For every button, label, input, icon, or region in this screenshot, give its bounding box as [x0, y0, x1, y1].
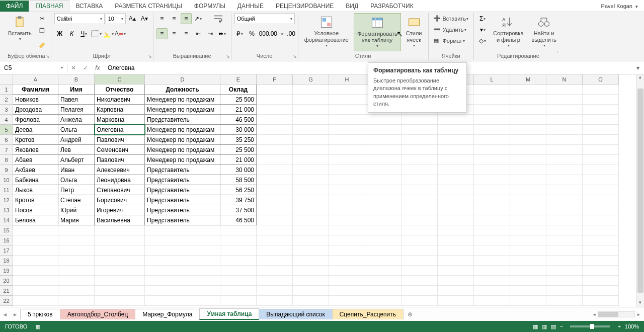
- cell[interactable]: [13, 276, 58, 286]
- cell[interactable]: [95, 256, 145, 266]
- cell[interactable]: Представитель: [145, 115, 220, 125]
- collapse-ribbon-button[interactable]: ˆ: [556, 51, 558, 57]
- cell[interactable]: [293, 296, 329, 306]
- find-select-button[interactable]: Найти и выделить▾: [529, 13, 559, 50]
- cell[interactable]: [365, 266, 401, 276]
- cell[interactable]: [546, 185, 583, 195]
- cell[interactable]: Носов: [13, 205, 58, 215]
- cell[interactable]: Абаев: [13, 155, 58, 165]
- cell[interactable]: [438, 135, 474, 145]
- cell[interactable]: [293, 266, 329, 276]
- font-size-select[interactable]: 10▾: [106, 13, 126, 24]
- layout-tab[interactable]: РАЗМЕТКА СТРАНИЦЫ: [109, 1, 188, 12]
- cell[interactable]: [438, 276, 474, 286]
- cell[interactable]: Акбаев: [13, 165, 58, 175]
- cut-button[interactable]: ✂: [37, 13, 48, 24]
- cell[interactable]: Кротов: [13, 195, 58, 205]
- cell[interactable]: [329, 215, 365, 225]
- cell[interactable]: Представитель: [145, 165, 220, 175]
- cell[interactable]: [293, 115, 329, 125]
- cell[interactable]: [438, 145, 474, 155]
- user-menu[interactable]: Pavel Kogan: [595, 1, 644, 11]
- cell[interactable]: [510, 286, 546, 296]
- cell[interactable]: Павлович: [95, 135, 145, 145]
- cell[interactable]: Представитель: [145, 215, 220, 225]
- cell[interactable]: [145, 286, 220, 296]
- cell[interactable]: [546, 175, 583, 185]
- fill-button[interactable]: ▾▾: [477, 24, 488, 35]
- cell[interactable]: Представитель: [145, 195, 220, 205]
- autosum-button[interactable]: Σ▾: [477, 13, 488, 24]
- cell[interactable]: [401, 125, 438, 135]
- cell[interactable]: [510, 215, 546, 225]
- data-tab[interactable]: ДАННЫЕ: [231, 1, 270, 12]
- font-color-button[interactable]: A▾: [115, 28, 126, 39]
- cell[interactable]: [510, 245, 546, 256]
- cell[interactable]: [510, 256, 546, 266]
- cell[interactable]: Менеджер по продажам: [145, 105, 220, 115]
- cancel-edit-button[interactable]: ✕: [67, 64, 79, 71]
- row-header[interactable]: 13: [0, 205, 13, 215]
- cell[interactable]: [474, 225, 510, 235]
- cell[interactable]: [293, 286, 329, 296]
- cell[interactable]: [329, 245, 365, 256]
- sheet-tab-5[interactable]: Выпадающий список: [259, 309, 332, 319]
- cell[interactable]: 21 000: [220, 105, 257, 115]
- cell[interactable]: [401, 266, 438, 276]
- grow-font-button[interactable]: A▴: [127, 13, 138, 24]
- cell[interactable]: [474, 276, 510, 286]
- cell[interactable]: [220, 296, 257, 306]
- zoom-in-button[interactable]: +: [617, 323, 620, 329]
- cell[interactable]: [365, 286, 401, 296]
- paint-button[interactable]: [37, 37, 48, 48]
- cell[interactable]: [546, 205, 583, 215]
- cell[interactable]: [583, 95, 619, 105]
- column-header-G[interactable]: G: [293, 74, 329, 85]
- cell[interactable]: [365, 185, 401, 195]
- cell[interactable]: [145, 225, 220, 235]
- page-layout-button[interactable]: ▥: [542, 323, 547, 330]
- column-header-H[interactable]: H: [329, 74, 365, 85]
- cell[interactable]: [474, 286, 510, 296]
- row-header[interactable]: 6: [0, 135, 13, 145]
- cell[interactable]: [474, 145, 510, 155]
- cell[interactable]: Лыков: [13, 185, 58, 195]
- cell[interactable]: [257, 125, 293, 135]
- cell[interactable]: [474, 266, 510, 276]
- cell[interactable]: [474, 175, 510, 185]
- cell[interactable]: [293, 85, 329, 95]
- cell[interactable]: Оклад: [220, 85, 257, 95]
- cell[interactable]: [257, 185, 293, 195]
- cell[interactable]: [257, 245, 293, 256]
- sheet-tab-4[interactable]: Умная таблица: [199, 308, 259, 320]
- currency-button[interactable]: ₽▾: [234, 28, 246, 39]
- normal-view-button[interactable]: ▦: [533, 323, 538, 330]
- cell[interactable]: Имя: [58, 85, 95, 95]
- cell[interactable]: Альберт: [58, 155, 95, 165]
- row-header[interactable]: 3: [0, 105, 13, 115]
- cell[interactable]: [438, 115, 474, 125]
- cell[interactable]: [474, 215, 510, 225]
- cell[interactable]: [583, 135, 619, 145]
- cell[interactable]: [293, 165, 329, 175]
- cell[interactable]: [365, 125, 401, 135]
- cell[interactable]: Петр: [58, 185, 95, 195]
- cell[interactable]: [583, 85, 619, 95]
- macro-record-icon[interactable]: ▦: [35, 323, 40, 330]
- cell[interactable]: [329, 286, 365, 296]
- cell[interactable]: [13, 296, 58, 306]
- number-format-select[interactable]: Общий▾: [234, 13, 295, 24]
- cell[interactable]: [293, 175, 329, 185]
- cell[interactable]: 46 500: [220, 215, 257, 225]
- cell[interactable]: Фамилия: [13, 85, 58, 95]
- cell[interactable]: [510, 185, 546, 195]
- cell[interactable]: [583, 195, 619, 205]
- cell[interactable]: [257, 225, 293, 235]
- paste-button[interactable]: Вставить▾: [5, 13, 35, 44]
- cell[interactable]: [546, 135, 583, 145]
- cell[interactable]: 37 500: [220, 205, 257, 215]
- cell[interactable]: [474, 125, 510, 135]
- cell[interactable]: [401, 256, 438, 266]
- cell[interactable]: [546, 195, 583, 205]
- cell[interactable]: [583, 215, 619, 225]
